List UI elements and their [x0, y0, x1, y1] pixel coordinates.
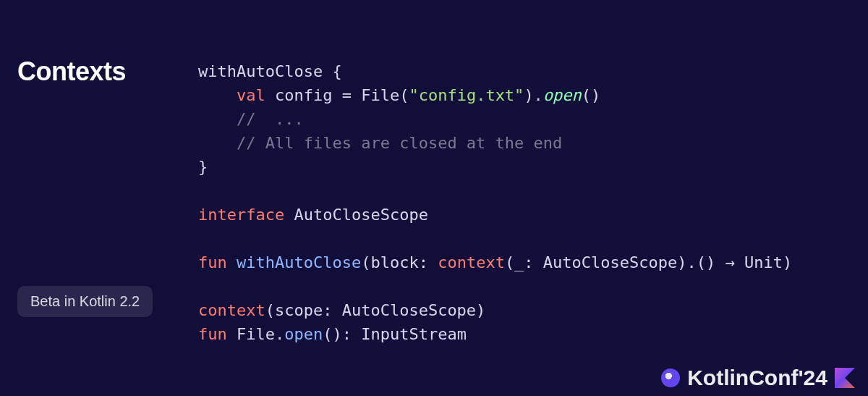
svg-marker-0: [835, 368, 855, 388]
eye-icon: [661, 368, 680, 387]
slide-title: Contexts: [17, 56, 184, 87]
code-line-5: }: [198, 158, 208, 176]
kotlin-logo-icon: [835, 368, 855, 388]
footer-brand: KotlinConf'24: [661, 366, 855, 390]
code-line-9: fun File.open(): InputStream: [198, 325, 467, 343]
code-line-6: interface AutoCloseScope: [198, 206, 428, 224]
code-line-3: // ...: [237, 110, 304, 128]
code-block: withAutoClose { val config = File("confi…: [198, 56, 839, 367]
status-badge: Beta in Kotlin 2.2: [17, 286, 153, 317]
footer-text: KotlinConf'24: [687, 366, 827, 390]
code-line-4: // All files are closed at the end: [237, 134, 562, 152]
code-line-8: context(scope: AutoCloseScope): [198, 301, 485, 319]
code-line-1: withAutoClose {: [198, 62, 342, 80]
code-line-2: val config = File("config.txt").open(): [237, 86, 600, 104]
sidebar: Contexts Beta in Kotlin 2.2: [17, 56, 184, 317]
code-line-7: fun withAutoClose(block: context(_: Auto…: [198, 253, 792, 271]
slide: Contexts Beta in Kotlin 2.2 withAutoClos…: [0, 0, 868, 396]
